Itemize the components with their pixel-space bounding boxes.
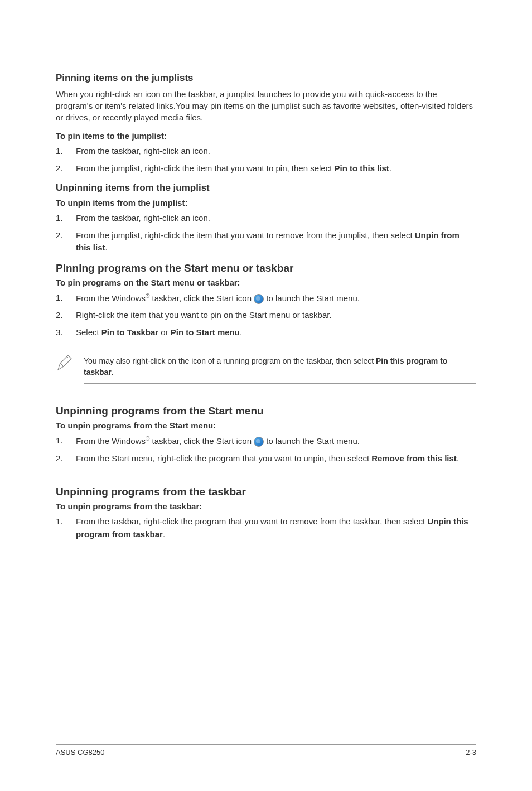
list-item: 1. From the Windows® taskbar, click the … — [56, 435, 476, 448]
list-number: 3. — [56, 326, 76, 339]
heading-unpinning-taskbar: Unpinning programs from the taskbar — [56, 486, 476, 498]
list-number: 1. — [56, 515, 76, 541]
subheading-unpin-start: To unpin programs from the Start menu: — [56, 421, 476, 430]
intro-paragraph: When you right-click an icon on the task… — [56, 88, 476, 123]
note-box: You may also right-click on the icon of … — [56, 350, 476, 384]
list-item: 1. From the taskbar, right-click an icon… — [56, 145, 476, 158]
list-item: 1. From the Windows® taskbar, click the … — [56, 292, 476, 305]
list-item: 2. From the jumplist, right-click the it… — [56, 229, 476, 254]
start-icon — [254, 294, 264, 304]
footer-page-number: 2-3 — [466, 748, 476, 756]
list-text: From the taskbar, right-click an icon. — [76, 145, 476, 158]
list-text: From the jumplist, right-click the item … — [76, 229, 476, 254]
note-content: You may also right-click on the icon of … — [84, 350, 476, 384]
list-number: 1. — [56, 212, 76, 225]
subheading-pin-start-taskbar: To pin programs on the Start menu or tas… — [56, 278, 476, 287]
list-text: From the Windows® taskbar, click the Sta… — [76, 292, 476, 305]
subheading-unpin-taskbar: To unpin programs from the taskbar: — [56, 501, 476, 511]
subheading-pin-jumplist: To pin items to the jumplist: — [56, 131, 476, 141]
list-item: 3. Select Pin to Taskbar or Pin to Start… — [56, 326, 476, 339]
list-text: Right-click the item that you want to pi… — [76, 309, 476, 322]
list-text: From the taskbar, right-click an icon. — [76, 212, 476, 225]
list-item: 1. From the taskbar, right-click the pro… — [56, 515, 476, 541]
subheading-unpin-jumplist: To unpin items from the jumplist: — [56, 198, 476, 208]
list-number: 1. — [56, 145, 76, 158]
list-item: 1. From the taskbar, right-click an icon… — [56, 212, 476, 225]
list-text: From the taskbar, right-click the progra… — [76, 515, 476, 541]
heading-pinning-jumplists: Pinning items on the jumplists — [56, 73, 476, 84]
heading-unpinning-start: Unpinning programs from the Start menu — [56, 405, 476, 417]
list-item: 2. From the jumplist, right-click the it… — [56, 162, 476, 175]
list-text: From the jumplist, right-click the item … — [76, 162, 476, 175]
svg-line-0 — [60, 363, 64, 366]
list-number: 1. — [56, 435, 76, 448]
list-text: From the Windows® taskbar, click the Sta… — [76, 435, 476, 448]
list-text: Select Pin to Taskbar or Pin to Start me… — [76, 326, 476, 339]
page-footer: ASUS CG8250 2-3 — [56, 744, 476, 756]
list-item: 2. Right-click the item that you want to… — [56, 309, 476, 322]
footer-left: ASUS CG8250 — [56, 748, 104, 756]
list-number: 2. — [56, 162, 76, 175]
list-item: 2. From the Start menu, right-click the … — [56, 452, 476, 465]
heading-pinning-start-taskbar: Pinning programs on the Start menu or ta… — [56, 262, 476, 274]
start-icon — [254, 437, 264, 447]
list-number: 2. — [56, 452, 76, 465]
list-number: 2. — [56, 229, 76, 254]
heading-unpinning-jumplist: Unpinning items from the jumplist — [56, 182, 476, 194]
list-number: 2. — [56, 309, 76, 322]
list-number: 1. — [56, 292, 76, 305]
pencil-icon — [56, 350, 84, 384]
list-text: From the Start menu, right-click the pro… — [76, 452, 476, 465]
